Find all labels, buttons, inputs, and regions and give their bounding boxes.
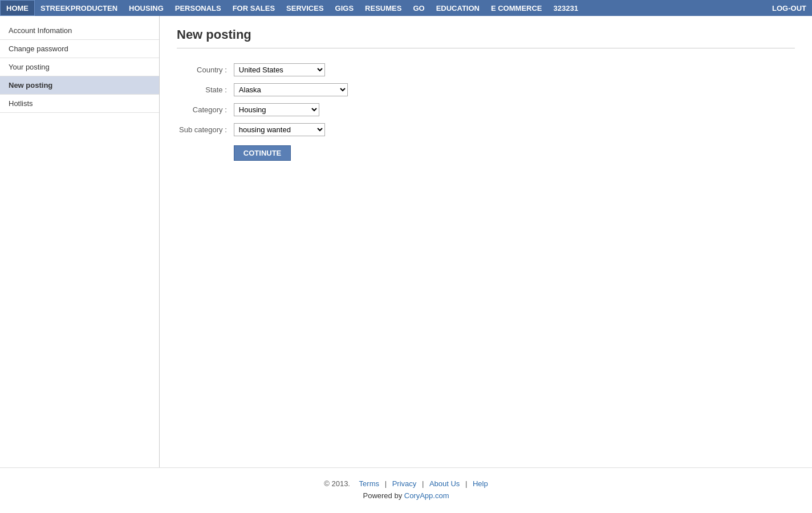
logout-link[interactable]: LOG-OUT xyxy=(766,0,812,16)
about-link[interactable]: About Us xyxy=(429,479,460,488)
separator-3: | xyxy=(422,479,426,488)
nav-item-go[interactable]: GO xyxy=(407,0,430,16)
state-select[interactable]: AlaskaAlabamaArizonaArkansasCaliforniaCo… xyxy=(234,83,348,96)
new-posting-form: Country : United StatesCanadaUnited King… xyxy=(177,60,350,164)
continue-cell: COTINUTE xyxy=(232,140,350,164)
nav-item-e-commerce[interactable]: E COMMERCE xyxy=(485,0,548,16)
category-label: Category : xyxy=(177,100,232,120)
sidebar-item-your-posting[interactable]: Your posting xyxy=(0,58,159,76)
country-select[interactable]: United StatesCanadaUnited KingdomAustral… xyxy=(234,63,325,76)
country-cell: United StatesCanadaUnited KingdomAustral… xyxy=(232,60,350,80)
nav-item-services[interactable]: SERVICES xyxy=(281,0,330,16)
country-label: Country : xyxy=(177,60,232,80)
separator-2: | xyxy=(385,479,389,488)
category-row: Category : HousingFor SaleServicesPerson… xyxy=(177,100,350,120)
sidebar-item-change-password[interactable]: Change password xyxy=(0,40,159,58)
help-link[interactable]: Help xyxy=(473,479,488,488)
nav-item-streekproducten[interactable]: STREEKPRODUCTEN xyxy=(35,0,123,16)
separator-4: | xyxy=(465,479,469,488)
powered-link[interactable]: CoryApp.com xyxy=(404,491,449,500)
state-label: State : xyxy=(177,80,232,100)
powered-text: Powered by xyxy=(363,491,404,500)
nav-item-for-sales[interactable]: FOR SALES xyxy=(227,0,281,16)
footer-links: © 2013. Terms | Privacy | About Us | Hel… xyxy=(11,479,801,488)
subcategory-row: Sub category : housing wantedhousing off… xyxy=(177,120,350,140)
category-cell: HousingFor SaleServicesPersonalsJobs xyxy=(232,100,350,120)
state-row: State : AlaskaAlabamaArizonaArkansasCali… xyxy=(177,80,350,100)
powered-by: Powered by CoryApp.com xyxy=(11,491,801,500)
subcategory-select[interactable]: housing wantedhousing offeredvacation re… xyxy=(234,123,325,136)
nav-item-housing[interactable]: HOUSING xyxy=(123,0,169,16)
nav-item-323231[interactable]: 323231 xyxy=(548,0,584,16)
continue-button[interactable]: COTINUTE xyxy=(234,145,291,161)
page-title: New posting xyxy=(177,27,795,48)
main-content: New posting Country : United StatesCanad… xyxy=(160,16,812,467)
sidebar-item-account-infomation[interactable]: Account Infomation xyxy=(0,22,159,40)
nav-item-gigs[interactable]: GIGS xyxy=(330,0,360,16)
continue-row: COTINUTE xyxy=(177,140,350,164)
sidebar-item-new-posting[interactable]: New posting xyxy=(0,76,159,95)
state-cell: AlaskaAlabamaArizonaArkansasCaliforniaCo… xyxy=(232,80,350,100)
category-select[interactable]: HousingFor SaleServicesPersonalsJobs xyxy=(234,103,319,116)
main-nav: HOMESTREEKPRODUCTENHOUSINGPERSONALSFOR S… xyxy=(0,0,812,16)
sidebar: Account InfomationChange passwordYour po… xyxy=(0,16,160,467)
terms-link[interactable]: Terms xyxy=(359,479,379,488)
nav-item-resumes[interactable]: RESUMES xyxy=(359,0,407,16)
country-row: Country : United StatesCanadaUnited King… xyxy=(177,60,350,80)
subcategory-label: Sub category : xyxy=(177,120,232,140)
page-container: Account InfomationChange passwordYour po… xyxy=(0,16,812,467)
nav-item-home[interactable]: HOME xyxy=(0,0,35,16)
nav-item-education[interactable]: EDUCATION xyxy=(431,0,485,16)
copyright-text: © 2013. xyxy=(324,479,350,488)
sidebar-item-hotlists[interactable]: Hotlists xyxy=(0,95,159,113)
footer: © 2013. Terms | Privacy | About Us | Hel… xyxy=(0,467,812,511)
nav-item-personals[interactable]: PERSONALS xyxy=(169,0,227,16)
privacy-link[interactable]: Privacy xyxy=(392,479,417,488)
subcategory-cell: housing wantedhousing offeredvacation re… xyxy=(232,120,350,140)
